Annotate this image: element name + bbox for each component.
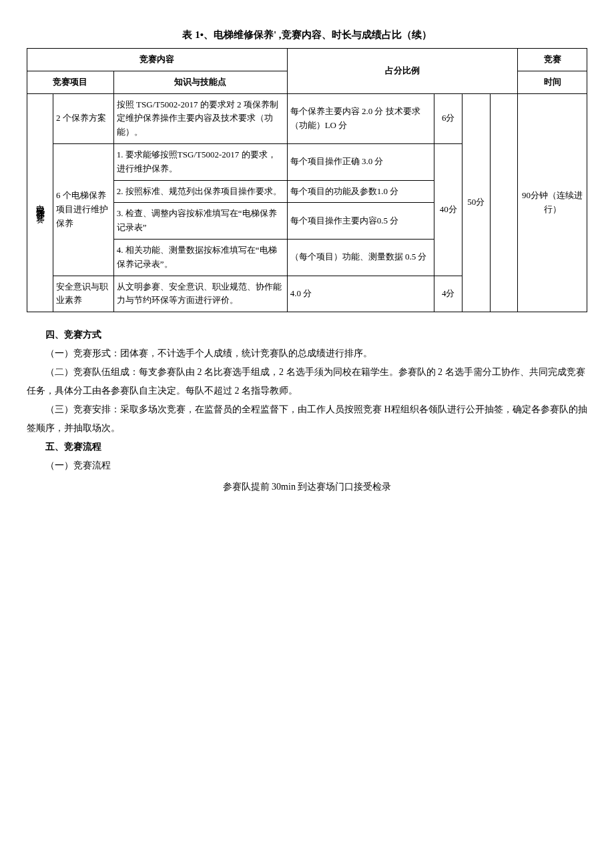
category-cell: 电梯保养操作竞赛 [27,93,53,312]
knowledge-cell: 2. 按照标准、规范列出保养项目操作要求。 [113,180,287,203]
item-cell: 安全意识与职业素养 [53,276,113,312]
th-knowledge: 知识与技能点 [113,71,287,93]
criteria-cell: 4.0 分 [287,276,434,312]
criteria-cell: （每个项目）功能、测量数据 0.5 分 [287,239,434,276]
criteria-cell: 每个项目操作正确 3.0 分 [287,143,434,180]
th-ratio: 占分比例 [287,49,517,94]
item-cell: 2 个保养方案 [53,93,113,143]
paragraph: （一）竞赛流程 [27,456,587,475]
item-cell: 6 个电梯保养项目进行维护保养 [53,143,113,276]
score-cell: 4分 [434,276,463,312]
th-content: 竞赛内容 [27,49,288,71]
score-cell: 6分 [434,93,463,143]
paragraph: （一）竞赛形式：团体赛，不计选手个人成绩，统计竞赛队的总成绩进行排序。 [27,344,587,363]
scoring-table: 竞赛内容 占分比例 竞赛 竞赛项目 知识与技能点 时间 电梯保养操作竞赛 2 个… [27,48,587,312]
document-page: 表 1•、电梯维修保养' ,竞赛内容、时长与成绩占比（续） 竞赛内容 占分比例 … [27,27,587,496]
criteria-cell: 每个项目的功能及参数1.0 分 [287,180,434,203]
table-title: 表 1•、电梯维修保养' ,竞赛内容、时长与成绩占比（续） [27,27,587,43]
body-section: 四、竞赛方式 （一）竞赛形式：团体赛，不计选手个人成绩，统计竞赛队的总成绩进行排… [27,326,587,496]
th-time: 竞赛 [518,49,587,71]
knowledge-cell: 按照 TSG/T5002-2017 的要求对 2 项保养制定维护保养操作主要内容… [113,93,287,143]
criteria-cell: 每个项目操作主要内容0.5 分 [287,203,434,240]
knowledge-cell: 3. 检查、调整内容按标准填写在“电梯保养记录表” [113,203,287,240]
th-subject: 竞赛项目 [27,71,114,93]
time-cell: 90分钟（连续进行） [518,93,587,312]
knowledge-cell: 1. 要求能够按照TSG/T5002-2017 的要求，进行维护保养。 [113,143,287,180]
section-heading: 五、竞赛流程 [27,438,587,456]
knowledge-cell: 从文明参赛、安全意识、职业规范、协作能力与节约环保等方面进行评价。 [113,276,287,312]
table-row: 电梯保养操作竞赛 2 个保养方案 按照 TSG/T5002-2017 的要求对 … [27,93,587,143]
paragraph: （三）竞赛安排：采取多场次竞赛，在监督员的全程监督下，由工作人员按照竞赛 H程组… [27,400,587,438]
section-heading: 四、竞赛方式 [27,326,587,344]
score-cell: 40分 [434,143,463,276]
subtotal-cell: 50分 [462,93,490,312]
paragraph: 参赛队提前 30min 到达赛场门口接受检录 [27,478,587,496]
table-header-row: 竞赛内容 占分比例 竞赛 [27,49,587,71]
blank-cell [490,93,518,312]
th-time-sub: 时间 [518,71,587,93]
criteria-cell: 每个保养主要内容 2.0 分 技术要求（功能）LO 分 [287,93,434,143]
paragraph: （二）竞赛队伍组成：每支参赛队由 2 名比赛选手组成，2 名选手须为同校在籍学生… [27,363,587,400]
knowledge-cell: 4. 相关功能、测量数据按标准填写在“电梯保养记录表”。 [113,239,287,276]
